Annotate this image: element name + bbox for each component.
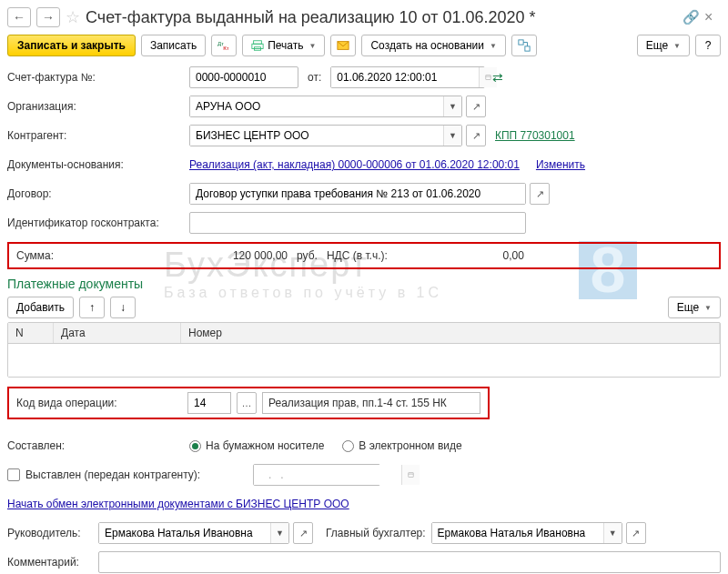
op-code-input[interactable] [187, 392, 231, 414]
comment-label: Комментарий: [7, 556, 98, 569]
favorite-icon[interactable]: ☆ [66, 7, 80, 27]
vat-value: 0,00 [424, 249, 524, 262]
create-on-basis-label: Создать на основании [370, 39, 484, 52]
calendar-button[interactable] [401, 465, 420, 485]
payment-docs-title: Платежные документы [7, 277, 721, 291]
basis-label: Документы-основания: [7, 158, 189, 171]
email-button[interactable] [330, 35, 356, 56]
envelope-icon [337, 39, 349, 52]
svg-rect-10 [409, 473, 413, 478]
date-from-label: от: [308, 71, 321, 84]
open-director-button[interactable]: ↗ [293, 522, 313, 544]
print-label: Печать [268, 39, 303, 52]
org-input[interactable] [190, 96, 443, 116]
th-date[interactable]: Дата [54, 323, 181, 343]
dropdown-button[interactable]: ▼ [443, 96, 461, 116]
chevron-down-icon: ▼ [490, 42, 497, 50]
counterparty-label: Контрагент: [7, 129, 189, 142]
composed-label: Составлен: [7, 439, 189, 452]
org-label: Организация: [7, 100, 189, 113]
svg-rect-7 [525, 46, 530, 51]
create-on-basis-button[interactable]: Создать на основании ▼ [361, 35, 505, 56]
basis-doc-link[interactable]: Реализация (акт, накладная) 0000-000006 … [189, 158, 520, 171]
open-counterparty-button[interactable]: ↗ [466, 125, 486, 146]
save-button[interactable]: Записать [141, 35, 206, 56]
calendar-icon [485, 71, 491, 84]
print-button[interactable]: Печать ▼ [242, 35, 325, 56]
op-code-select-button[interactable]: … [237, 392, 257, 414]
dtk-icon: ДтКт [217, 39, 230, 52]
dropdown-button[interactable]: ▼ [270, 523, 288, 543]
svg-rect-8 [486, 76, 490, 80]
svg-rect-6 [519, 40, 523, 45]
radio-electronic-label: В электронном виде [359, 439, 461, 452]
open-org-button[interactable]: ↗ [466, 96, 486, 117]
link-icon[interactable]: 🔗 [682, 9, 699, 25]
printer-icon [251, 39, 264, 52]
open-accountant-button[interactable]: ↗ [626, 522, 646, 544]
nav-forward-button[interactable]: → [36, 7, 60, 27]
dropdown-button[interactable]: ▼ [443, 126, 461, 146]
payment-docs-table: N Дата Номер [7, 322, 721, 378]
gosid-label: Идентификатор госконтракта: [7, 217, 189, 229]
radio-paper-label: На бумажном носителе [206, 439, 324, 452]
help-button[interactable]: ? [695, 35, 721, 56]
contract-input[interactable] [190, 184, 525, 204]
radio-electronic[interactable]: В электронном виде [342, 439, 461, 452]
currency-label: руб. [297, 249, 318, 262]
move-up-button[interactable]: ↑ [79, 297, 105, 318]
number-label: Счет-фактура №: [7, 71, 189, 84]
svg-text:Кт: Кт [223, 45, 229, 51]
more-table-button[interactable]: Еще ▼ [668, 297, 721, 318]
svg-rect-3 [252, 44, 263, 48]
op-code-desc: Реализация прав, пп.1-4 ст. 155 НК [262, 392, 480, 414]
related-button[interactable] [511, 35, 537, 56]
calendar-icon [408, 468, 414, 481]
chevron-down-icon: ▼ [673, 42, 681, 50]
sum-label: Сумма: [16, 249, 187, 262]
more-button[interactable]: Еще ▼ [637, 35, 690, 56]
radio-icon [342, 440, 354, 452]
dtk-button[interactable]: ДтКт [211, 35, 237, 56]
issued-date-input[interactable] [254, 465, 401, 485]
th-n[interactable]: N [8, 323, 54, 343]
svg-rect-2 [254, 41, 262, 45]
edo-link[interactable]: Начать обмен электронными документами с … [7, 498, 349, 510]
kpp-link[interactable]: КПП 770301001 [495, 129, 575, 142]
accountant-input[interactable] [432, 523, 603, 543]
number-input[interactable] [189, 66, 298, 88]
radio-paper[interactable]: На бумажном носителе [189, 439, 324, 452]
sum-value: 120 000,00 [187, 249, 288, 262]
nav-back-button[interactable]: ← [7, 7, 31, 27]
date-input[interactable] [331, 67, 479, 87]
director-label: Руководитель: [7, 527, 98, 539]
table-body-empty[interactable] [8, 344, 720, 377]
radio-icon [189, 440, 201, 452]
comment-input[interactable] [98, 551, 721, 573]
window-title: Счет-фактура выданный на реализацию 10 о… [86, 8, 677, 27]
add-button[interactable]: Добавить [7, 297, 74, 318]
gosid-input[interactable] [189, 212, 526, 234]
move-down-button[interactable]: ↓ [110, 297, 136, 318]
issued-label: Выставлен (передан контрагенту): [25, 468, 253, 481]
vat-label: НДС (в т.ч.): [327, 249, 388, 262]
issued-checkbox[interactable] [7, 468, 20, 481]
chevron-down-icon: ▼ [309, 42, 317, 50]
chevron-down-icon: ▼ [704, 304, 712, 312]
related-icon [518, 39, 531, 52]
contract-label: Договор: [7, 187, 189, 200]
more-label: Еще [646, 39, 668, 52]
open-contract-button[interactable]: ↗ [530, 183, 550, 205]
op-code-label: Код вида операции: [16, 397, 182, 409]
dropdown-button[interactable]: ▼ [603, 523, 622, 543]
counterparty-input[interactable] [190, 126, 443, 146]
save-and-close-button[interactable]: Записать и закрыть [7, 35, 136, 56]
change-link[interactable]: Изменить [536, 158, 585, 171]
close-icon[interactable]: × [704, 9, 721, 25]
th-number[interactable]: Номер [181, 323, 720, 343]
director-input[interactable] [99, 523, 270, 543]
status-icon[interactable]: ⇄ [492, 70, 503, 85]
accountant-label: Главный бухгалтер: [326, 527, 426, 539]
